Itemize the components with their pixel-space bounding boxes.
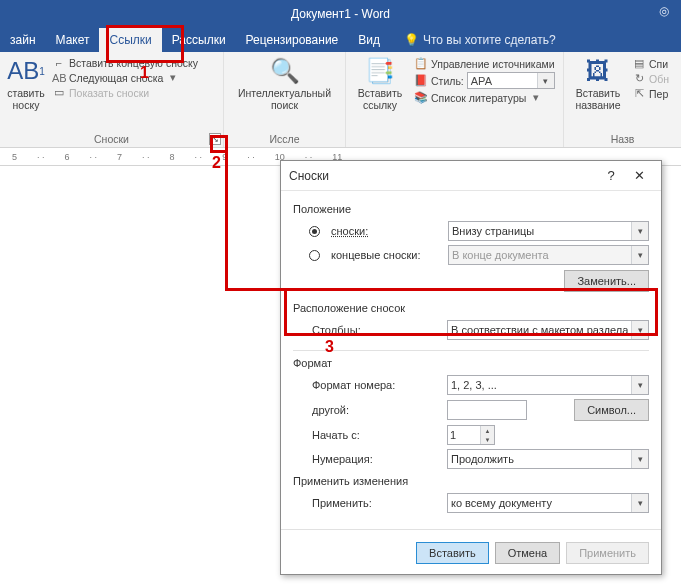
crossref-icon: ⇱ xyxy=(632,87,646,100)
insert-footnote-button[interactable]: AB1 ставить носку xyxy=(6,56,46,111)
ribbon-tabs: зайн Макет Ссылки Рассылки Рецензировани… xyxy=(0,28,681,52)
cross-ref-button[interactable]: ⇱Пер xyxy=(632,86,669,101)
apply-button[interactable]: Применить xyxy=(566,542,649,564)
combo-applyto[interactable]: ко всему документу▾ xyxy=(447,493,649,513)
chevron-down-icon: ▾ xyxy=(537,73,554,88)
combo-numformat[interactable]: 1, 2, 3, ...▾ xyxy=(447,375,649,395)
close-button[interactable]: ✕ xyxy=(625,165,653,187)
tell-me-search[interactable]: 💡 Что вы хотите сделать? xyxy=(390,28,556,52)
section-position: Положение xyxy=(293,199,649,219)
dialog-titlebar[interactable]: Сноски ? ✕ xyxy=(281,161,661,191)
chevron-down-icon: ▾ xyxy=(631,450,648,468)
insert-button[interactable]: Вставить xyxy=(416,542,489,564)
tab-references[interactable]: Ссылки xyxy=(99,28,161,52)
group-footnotes: AB1 ставить носку ⌐Вставить концевую сно… xyxy=(0,52,224,147)
caption-icon: 🖼 xyxy=(586,56,610,86)
chevron-down-icon: ▾ xyxy=(631,494,648,512)
bibliography-button[interactable]: 📚Список литературы▾ xyxy=(414,90,555,105)
footnotes-dialog: Сноски ? ✕ Положение сноски: Внизу стран… xyxy=(280,160,662,575)
startat-spinner[interactable]: 1 ▲▼ xyxy=(447,425,495,445)
manage-icon: 📋 xyxy=(414,57,428,70)
group-research: 🔍 Интеллектуальный поиск Иссле xyxy=(224,52,346,147)
insert-footnote-label: ставить носку xyxy=(6,88,46,111)
style-selector[interactable]: 📕Стиль: APA▾ xyxy=(414,71,555,90)
tab-review[interactable]: Рецензирование xyxy=(236,28,349,52)
insert-caption-button[interactable]: 🖼 Вставить название xyxy=(570,56,626,111)
list-figures-button[interactable]: ▤Спи xyxy=(632,56,669,71)
list-icon: ▤ xyxy=(632,57,646,70)
window-title: Документ1 - Word xyxy=(291,7,390,21)
section-apply: Применить изменения xyxy=(293,471,649,491)
combo-columns[interactable]: В соответствии с макетом раздела▾ xyxy=(447,320,649,340)
group-citations: 📑 Вставить ссылку 📋Управление источникам… xyxy=(346,52,564,147)
insert-endnote-button[interactable]: ⌐Вставить концевую сноску xyxy=(52,56,198,70)
insert-citation-label: Вставить ссылку xyxy=(352,88,408,111)
tab-view[interactable]: Вид xyxy=(348,28,390,52)
section-format: Формат xyxy=(293,353,649,373)
replace-button[interactable]: Заменить... xyxy=(564,270,649,292)
ribbon: AB1 ставить носку ⌐Вставить концевую сно… xyxy=(0,52,681,148)
footnotes-dialog-launcher[interactable]: ↘ xyxy=(209,133,221,145)
next-footnote-button[interactable]: ABСледующая сноска▾ xyxy=(52,70,198,85)
smart-lookup-label: Интеллектуальный поиск xyxy=(230,88,339,111)
custom-label: другой: xyxy=(309,404,439,416)
group-footnotes-title: Сноски xyxy=(6,131,217,145)
combo-numbering[interactable]: Продолжить▾ xyxy=(447,449,649,469)
spin-up-icon[interactable]: ▲ xyxy=(481,426,494,435)
cancel-button[interactable]: Отмена xyxy=(495,542,560,564)
help-button[interactable]: ? xyxy=(597,165,625,187)
columns-label: Столбцы: xyxy=(309,324,439,336)
show-notes-button[interactable]: ▭Показать сноски xyxy=(52,85,198,100)
title-bar: Документ1 - Word ◎ xyxy=(0,0,681,28)
spin-down-icon[interactable]: ▼ xyxy=(481,435,494,444)
radio-footnotes-label: сноски: xyxy=(328,225,440,237)
update-table-button[interactable]: ↻Обн xyxy=(632,71,669,86)
numbering-label: Нумерация: xyxy=(309,453,439,465)
chevron-down-icon: ▾ xyxy=(631,246,648,264)
dialog-buttons: Вставить Отмена Применить xyxy=(281,532,661,574)
combo-footnote-position[interactable]: Внизу страницы▾ xyxy=(448,221,649,241)
group-captions: 🖼 Вставить название ▤Спи ↻Обн ⇱Пер Назв xyxy=(564,52,681,147)
dialog-title: Сноски xyxy=(289,169,597,183)
applyto-label: Применить: xyxy=(309,497,439,509)
custom-mark-input[interactable] xyxy=(447,400,527,420)
group-research-title: Иссле xyxy=(230,131,339,145)
biblio-icon: 📚 xyxy=(414,91,428,104)
endnote-icon: ⌐ xyxy=(52,57,66,69)
style-icon: 📕 xyxy=(414,74,428,87)
next-icon: AB xyxy=(52,72,66,84)
tab-layout[interactable]: Макет xyxy=(46,28,100,52)
recording-icon: ◎ xyxy=(659,4,669,18)
radio-endnotes[interactable] xyxy=(309,250,320,261)
manage-sources-button[interactable]: 📋Управление источниками xyxy=(414,56,555,71)
chevron-down-icon: ▾ xyxy=(166,71,180,84)
group-captions-title: Назв xyxy=(570,131,675,145)
magnifier-icon: 🔍 xyxy=(270,56,300,86)
show-icon: ▭ xyxy=(52,86,66,99)
chevron-down-icon: ▾ xyxy=(631,321,648,339)
combo-endnote-position: В конце документа▾ xyxy=(448,245,649,265)
citation-icon: 📑 xyxy=(365,56,395,86)
chevron-down-icon: ▾ xyxy=(631,376,648,394)
group-citations-title xyxy=(352,143,557,145)
insert-citation-button[interactable]: 📑 Вставить ссылку xyxy=(352,56,408,111)
bulb-icon: 💡 xyxy=(404,33,419,47)
symbol-button[interactable]: Символ... xyxy=(574,399,649,421)
chevron-down-icon: ▾ xyxy=(631,222,648,240)
tab-design[interactable]: зайн xyxy=(0,28,46,52)
chevron-down-icon: ▾ xyxy=(529,91,543,104)
startat-label: Начать с: xyxy=(309,429,439,441)
footnote-icon: AB1 xyxy=(7,56,45,86)
numformat-label: Формат номера: xyxy=(309,379,439,391)
tab-mailings[interactable]: Рассылки xyxy=(162,28,236,52)
section-layout: Расположение сносок xyxy=(293,298,649,318)
radio-footnotes[interactable] xyxy=(309,226,320,237)
insert-caption-label: Вставить название xyxy=(570,88,626,111)
smart-lookup-button[interactable]: 🔍 Интеллектуальный поиск xyxy=(230,56,339,111)
radio-endnotes-label: концевые сноски: xyxy=(328,249,440,261)
tell-me-label: Что вы хотите сделать? xyxy=(423,33,556,47)
update-icon: ↻ xyxy=(632,72,646,85)
